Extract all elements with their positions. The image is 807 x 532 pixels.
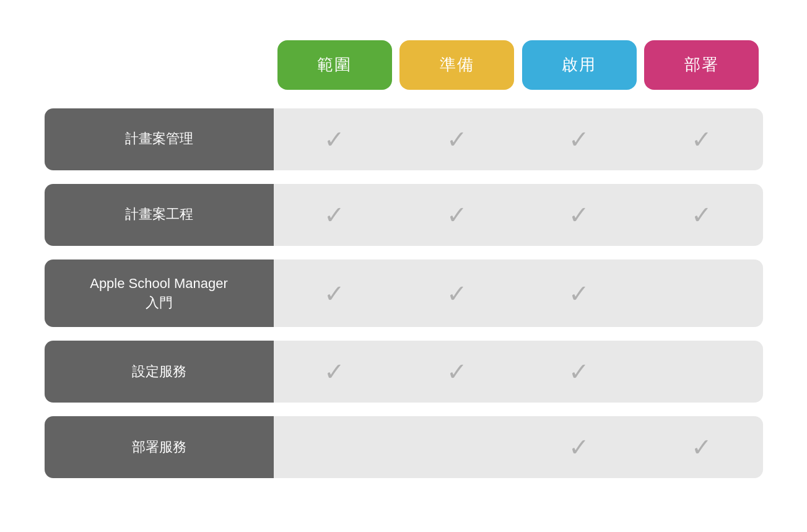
check-mark <box>274 359 396 384</box>
check-mark <box>518 281 641 306</box>
header-cell-2: 啟用 <box>518 40 641 90</box>
check-mark <box>396 203 518 227</box>
header-badge-0: 範圍 <box>277 40 392 90</box>
check-mark <box>518 203 641 227</box>
row-label-1: 計畫案工程 <box>45 184 274 246</box>
row-content-2 <box>274 259 763 328</box>
table-row: 計畫案工程 <box>45 184 763 246</box>
header-badge-3: 部署 <box>644 40 759 90</box>
check-mark <box>274 127 396 152</box>
check-mark <box>396 127 518 152</box>
table-row: 部署服務 <box>45 416 763 478</box>
row-content-0 <box>274 108 763 170</box>
row-content-4 <box>274 416 763 478</box>
main-container: 範圍準備啟用部署 計畫案管理計畫案工程Apple School Manager … <box>32 22 775 511</box>
check-mark <box>640 127 763 152</box>
row-label-2: Apple School Manager 入門 <box>45 259 274 328</box>
check-mark <box>396 359 518 384</box>
row-label-3: 設定服務 <box>45 341 274 403</box>
check-mark <box>274 281 396 306</box>
row-content-3 <box>274 341 763 403</box>
data-rows: 計畫案管理計畫案工程Apple School Manager 入門設定服務部署服… <box>45 108 763 479</box>
header-cell-0: 範圍 <box>274 40 396 90</box>
row-label-4: 部署服務 <box>45 416 274 478</box>
check-mark <box>518 127 641 152</box>
check-mark <box>640 435 763 460</box>
table-row: Apple School Manager 入門 <box>45 259 763 328</box>
check-mark <box>518 435 641 460</box>
table-row: 計畫案管理 <box>45 108 763 170</box>
row-label-0: 計畫案管理 <box>45 108 274 170</box>
header-badge-2: 啟用 <box>522 40 637 90</box>
table-row: 設定服務 <box>45 341 763 403</box>
check-mark <box>274 203 396 227</box>
header-cell-3: 部署 <box>640 40 763 90</box>
header-badge-1: 準備 <box>399 40 514 90</box>
row-content-1 <box>274 184 763 246</box>
check-mark <box>518 359 641 384</box>
header-row: 範圍準備啟用部署 <box>274 40 763 90</box>
header-cell-1: 準備 <box>396 40 518 90</box>
check-mark <box>640 203 763 227</box>
check-mark <box>396 281 518 306</box>
